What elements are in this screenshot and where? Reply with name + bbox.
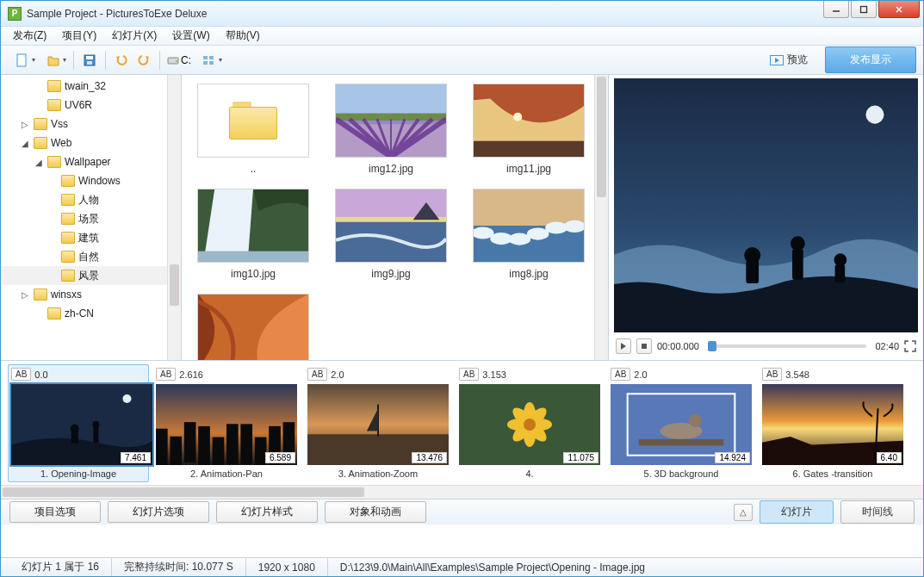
ab-badge[interactable]: AB <box>11 368 31 381</box>
folder-icon <box>197 84 309 158</box>
svg-rect-47 <box>71 431 78 444</box>
file-thumbnail[interactable]: img9.jpg <box>335 189 447 280</box>
svg-point-73 <box>524 419 536 431</box>
redo-button[interactable] <box>133 50 154 71</box>
folder-icon <box>34 288 47 301</box>
tab-timeline[interactable]: 时间线 <box>840 500 915 524</box>
svg-rect-19 <box>474 141 584 157</box>
end-time: 02:40 <box>875 341 899 351</box>
close-button[interactable] <box>878 1 920 18</box>
ab-badge[interactable]: AB <box>762 368 782 381</box>
tree-item[interactable]: ▷winsxs <box>1 285 181 304</box>
slide-item[interactable]: AB 3.153 11.075 4. <box>459 368 600 479</box>
slide-item[interactable]: AB 3.548 6.40 6. Gates -transition <box>762 368 903 479</box>
time-slider[interactable] <box>708 344 867 348</box>
ab-badge[interactable]: AB <box>156 368 176 381</box>
slide-thumbnail: 6.40 <box>762 384 903 465</box>
app-icon: P <box>8 7 22 21</box>
preview-image[interactable] <box>614 78 918 332</box>
file-thumbnail[interactable] <box>197 294 309 360</box>
maximize-button[interactable] <box>851 1 877 18</box>
folder-icon <box>34 137 47 149</box>
status-path: D:\123\9.0\Main\All\Examples\Sample Proj… <box>328 558 915 576</box>
save-button[interactable] <box>79 50 100 71</box>
svg-rect-56 <box>226 424 239 464</box>
tree-item[interactable]: 风景 <box>1 266 181 285</box>
tree-item[interactable]: ◢Wallpaper <box>1 152 181 171</box>
tree-item[interactable]: ◢Web <box>1 133 181 152</box>
undo-button[interactable] <box>111 50 132 71</box>
tree-item[interactable]: 人物 <box>1 190 181 209</box>
thumbnail-label: img9.jpg <box>371 268 410 280</box>
new-button[interactable]: ▾ <box>8 50 37 71</box>
menu-slide[interactable]: 幻灯片(X) <box>105 27 164 45</box>
slide-item[interactable]: AB 2.0 14.924 5. 3D background <box>611 368 752 479</box>
status-resolution: 1920 x 1080 <box>246 558 328 576</box>
tree-toggle-icon[interactable]: ▷ <box>20 120 30 129</box>
menu-project[interactable]: 项目(Y) <box>55 27 103 45</box>
menu-bar: 发布(Z) 项目(Y) 幻灯片(X) 设置(W) 帮助(V) <box>1 27 923 46</box>
svg-point-39 <box>791 236 805 251</box>
view-button[interactable]: ▾ <box>195 50 224 71</box>
tree-toggle-icon[interactable]: ◢ <box>20 139 30 148</box>
svg-rect-6 <box>86 56 93 59</box>
play-button[interactable] <box>616 338 631 354</box>
svg-rect-1 <box>861 6 867 12</box>
svg-rect-43 <box>642 344 647 349</box>
slide-label: 5. 3D background <box>611 468 752 479</box>
ab-badge[interactable]: AB <box>307 368 327 381</box>
menu-publish[interactable]: 发布(Z) <box>6 27 53 45</box>
slide-item[interactable]: AB 2.0 13.476 3. Animation-Zoom <box>307 368 449 479</box>
preview-button[interactable]: 预览 <box>760 49 818 71</box>
slide-item[interactable]: AB 2.616 6.589 2. Animation-Pan <box>156 368 297 479</box>
collapse-button[interactable]: △ <box>734 504 753 521</box>
play-icon <box>770 55 784 65</box>
tree-item[interactable]: 建筑 <box>1 228 181 247</box>
fullscreen-icon[interactable] <box>904 340 916 352</box>
minimize-button[interactable] <box>823 1 849 18</box>
slide-duration: 11.075 <box>563 452 598 463</box>
menu-help[interactable]: 帮助(V) <box>219 27 267 45</box>
svg-rect-13 <box>209 61 214 65</box>
tree-item[interactable]: Windows <box>1 171 181 190</box>
slide-item[interactable]: AB 0.0 7.461 1. Opening-Image <box>8 364 149 482</box>
file-thumbnail[interactable]: img12.jpg <box>335 84 447 175</box>
objects-animation-button[interactable]: 对象和动画 <box>325 501 426 523</box>
menu-settings[interactable]: 设置(W) <box>165 27 216 45</box>
thumbs-scrollbar[interactable] <box>594 75 608 360</box>
bottom-toolbar: 项目选项 幻灯片选项 幻灯片样式 对象和动画 △ 幻灯片 时间线 <box>1 499 923 524</box>
publish-button[interactable]: 发布显示 <box>825 47 916 73</box>
tree-toggle-icon[interactable]: ◢ <box>34 158 44 167</box>
svg-rect-12 <box>203 61 208 65</box>
stop-button[interactable] <box>636 338 652 354</box>
project-options-button[interactable]: 项目选项 <box>9 501 101 523</box>
tab-slides[interactable]: 幻灯片 <box>760 500 834 524</box>
slide-style-button[interactable]: 幻灯片样式 <box>216 501 318 523</box>
ab-badge[interactable]: AB <box>459 368 479 381</box>
folder-icon <box>47 99 61 111</box>
folder-tree[interactable]: twain_32UV6R▷Vss◢Web◢WallpaperWindows人物场… <box>1 75 182 360</box>
tree-item[interactable]: twain_32 <box>1 77 181 96</box>
ab-badge[interactable]: AB <box>611 368 630 381</box>
svg-rect-51 <box>156 429 168 465</box>
tree-toggle-icon[interactable]: ▷ <box>20 290 30 300</box>
tree-item[interactable]: ▷Vss <box>1 115 181 133</box>
tree-scrollbar[interactable] <box>167 75 181 360</box>
slides-scrollbar[interactable] <box>1 485 923 499</box>
open-button[interactable]: ▾ <box>39 50 68 71</box>
thumbnail-label: .. <box>251 163 257 175</box>
file-thumbnails[interactable]: ..img12.jpgimg11.jpgimg10.jpgimg9.jpgimg… <box>182 75 608 360</box>
svg-rect-52 <box>170 437 182 465</box>
folder-icon <box>61 175 75 187</box>
file-thumbnail[interactable]: img8.jpg <box>473 189 585 280</box>
tree-item[interactable]: zh-CN <box>1 304 181 323</box>
tree-item[interactable]: 自然 <box>1 247 181 266</box>
file-thumbnail[interactable]: img11.jpg <box>473 84 585 175</box>
file-thumbnail[interactable]: .. <box>197 84 309 175</box>
slide-list[interactable]: AB 0.0 7.461 1. Opening-Image AB 2.616 6… <box>1 361 923 499</box>
file-thumbnail[interactable]: img10.jpg <box>197 189 309 280</box>
tree-item[interactable]: UV6R <box>1 96 181 115</box>
tree-item[interactable]: 场景 <box>1 209 181 228</box>
drive-button[interactable]: C: <box>165 50 193 71</box>
slide-options-button[interactable]: 幻灯片选项 <box>108 501 209 523</box>
